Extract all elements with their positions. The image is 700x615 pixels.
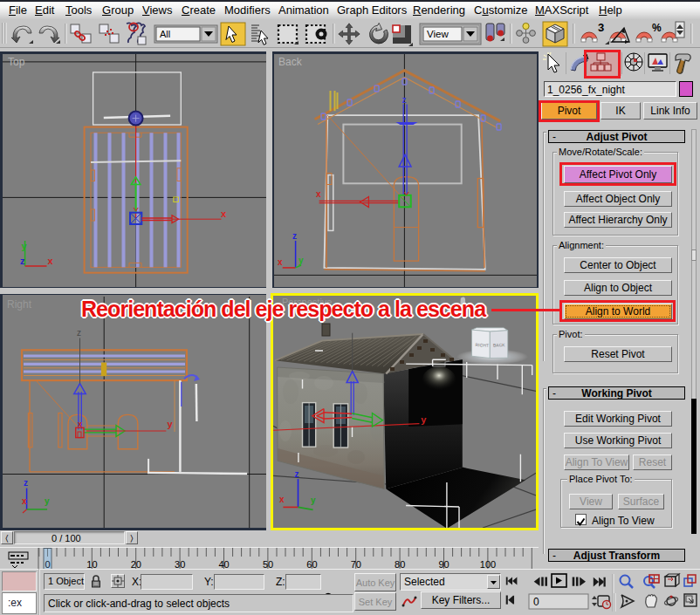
svg-text:z: z	[402, 95, 407, 105]
svg-text:x: x	[22, 496, 27, 506]
svg-text:z: z	[20, 256, 25, 266]
svg-text:x: x	[221, 208, 227, 219]
svg-text:x: x	[78, 420, 82, 428]
svg-text:3: 3	[598, 21, 604, 34]
svg-text:View: View	[427, 29, 449, 39]
svg-text:y: y	[167, 419, 173, 429]
svg-text:x: x	[48, 256, 54, 266]
svg-text:z: z	[77, 328, 81, 338]
svg-text:x: x	[279, 495, 285, 504]
svg-text:%: %	[652, 22, 662, 34]
svg-text:z: z	[295, 469, 299, 479]
svg-text:y: y	[421, 414, 427, 425]
svg-text:Top: Top	[8, 56, 25, 68]
svg-text:y: y	[45, 496, 50, 506]
svg-text:All: All	[160, 29, 170, 39]
svg-text:y: y	[299, 256, 304, 265]
svg-text:z: z	[292, 231, 297, 241]
svg-text:Back: Back	[278, 56, 303, 68]
svg-text:x: x	[316, 189, 321, 199]
svg-text:z: z	[24, 478, 28, 488]
svg-text:y: y	[311, 495, 316, 505]
svg-text:BACK: BACK	[493, 342, 505, 347]
svg-text:0: 0	[533, 596, 539, 608]
svg-text:y: y	[22, 241, 28, 251]
svg-text:Right: Right	[7, 298, 32, 311]
svg-text:RIGHT: RIGHT	[475, 342, 489, 348]
svg-text:x: x	[278, 257, 283, 267]
